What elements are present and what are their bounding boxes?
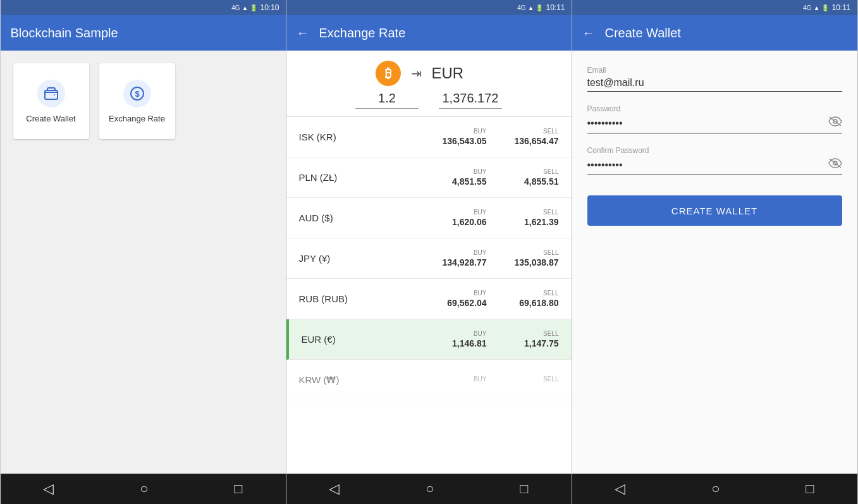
btc-amount: 1.2 (355, 91, 419, 109)
home-nav-btn-2[interactable]: ○ (426, 481, 434, 497)
back-nav-btn-1[interactable]: ◁ (43, 481, 54, 497)
email-label: Email (587, 66, 842, 75)
buy-column: BUY 136,543.05 (430, 128, 487, 146)
exchange-arrow-icon: ⇥ (411, 66, 422, 81)
app-bar-1: Blockchain Sample (1, 15, 286, 51)
sell-header: SELL (543, 376, 558, 383)
signal-4g-icon: 4G (231, 4, 240, 11)
eur-amount: 1,376.172 (439, 91, 502, 109)
time-display-2: 10:11 (546, 3, 565, 12)
buy-value: 1,620.06 (452, 217, 487, 227)
sell-column: SELL 1,621.39 (502, 209, 559, 227)
email-input[interactable] (587, 77, 842, 89)
phone-3: 4G ▲ 🔋 10:11 ← Create Wallet Email Passw… (572, 0, 858, 504)
buy-column: BUY 4,851.55 (430, 168, 487, 187)
sell-column: SELL 136,654.47 (502, 128, 559, 146)
exchange-rate-card[interactable]: $ Exchange Rate (99, 63, 175, 139)
buy-column: BUY 134,928.77 (430, 249, 487, 267)
status-bar-2: 4G ▲ 🔋 10:11 (286, 0, 572, 15)
sell-header: SELL (543, 249, 558, 256)
target-currency-label: EUR (432, 65, 482, 82)
signal-icons-1: 4G ▲ 🔋 (231, 4, 257, 11)
buy-sell-columns: BUY SELL (430, 376, 559, 384)
sell-value: 69,618.80 (519, 298, 558, 308)
currency-row[interactable]: PLN (ZŁ) BUY 4,851.55 SELL 4,855.51 (286, 157, 572, 198)
buy-value: 1,146.81 (452, 338, 487, 348)
back-arrow-2[interactable]: ← (297, 26, 309, 40)
buy-column: BUY 1,146.81 (430, 330, 487, 348)
sell-value: 135,038.87 (514, 257, 558, 267)
buy-sell-columns: BUY 1,620.06 SELL 1,621.39 (430, 209, 559, 227)
exchange-rate-label: Exchange Rate (109, 114, 165, 123)
signal-4g-icon-2: 4G (517, 4, 525, 11)
svg-text:$: $ (135, 89, 140, 99)
buy-sell-columns: BUY 134,928.77 SELL 135,038.87 (430, 249, 559, 267)
create-wallet-card[interactable]: Create Wallet (13, 63, 89, 139)
password-visibility-toggle[interactable] (828, 116, 842, 130)
recents-nav-btn-2[interactable]: □ (520, 481, 528, 497)
currency-row[interactable]: KRW (₩) BUY SELL (286, 360, 572, 400)
wifi-icon-3: ▲ (814, 4, 820, 11)
confirm-visibility-toggle[interactable] (828, 157, 842, 172)
buy-header: BUY (474, 209, 487, 216)
sell-value: 1,621.39 (524, 217, 559, 227)
password-input-row (587, 116, 842, 133)
currency-row[interactable]: JPY (¥) BUY 134,928.77 SELL 135,038.87 (286, 238, 572, 279)
wifi-icon: ▲ (242, 4, 248, 11)
bottom-nav-2: ◁ ○ □ (286, 474, 572, 504)
sell-value: 136,654.47 (514, 136, 558, 146)
currency-name: AUD ($) (299, 212, 430, 223)
app-bar-3: ← Create Wallet (572, 15, 857, 51)
recents-nav-btn-3[interactable]: □ (806, 481, 814, 497)
buy-header: BUY (474, 249, 487, 256)
time-display-1: 10:10 (260, 3, 279, 12)
currency-row[interactable]: AUD ($) BUY 1,620.06 SELL 1,621.39 (286, 198, 572, 238)
buy-header: BUY (474, 128, 487, 135)
currency-name: KRW (₩) (299, 374, 430, 386)
password-field-group: Password (587, 104, 842, 133)
signal-icons-3: 4G ▲ 🔋 (803, 4, 829, 11)
currency-name: PLN (ZŁ) (299, 172, 430, 183)
bitcoin-icon: ₿ (376, 61, 401, 86)
buy-header: BUY (474, 376, 487, 383)
sell-header: SELL (543, 330, 558, 337)
home-nav-btn-3[interactable]: ○ (711, 481, 720, 497)
sell-value: 4,855.51 (524, 176, 559, 187)
create-wallet-button[interactable]: CREATE WALLET (587, 195, 842, 226)
confirm-password-label: Confirm Password (587, 146, 842, 155)
buy-sell-columns: BUY 4,851.55 SELL 4,855.51 (430, 168, 559, 187)
currency-row[interactable]: EUR (€) BUY 1,146.81 SELL 1,147.75 (286, 319, 572, 360)
app-title-2: Exchange Rate (319, 26, 406, 40)
buy-value: 134,928.77 (442, 257, 486, 267)
buy-sell-columns: BUY 1,146.81 SELL 1,147.75 (430, 330, 559, 348)
currency-name: RUB (RUB) (299, 293, 430, 304)
phone-2: 4G ▲ 🔋 10:11 ← Exchange Rate ₿ ⇥ EUR 1.2… (286, 0, 572, 504)
buy-value: 69,562.04 (447, 298, 486, 308)
bottom-nav-3: ◁ ○ □ (572, 474, 857, 504)
sell-column: SELL 135,038.87 (502, 249, 559, 267)
recents-nav-btn-1[interactable]: □ (234, 481, 242, 497)
bottom-nav-1: ◁ ○ □ (1, 474, 286, 504)
status-bar-3: 4G ▲ 🔋 10:11 (572, 0, 857, 15)
password-label: Password (587, 104, 842, 113)
currency-row[interactable]: RUB (RUB) BUY 69,562.04 SELL 69,618.80 (286, 279, 572, 319)
currency-row[interactable]: ISK (KR) BUY 136,543.05 SELL 136,654.47 (286, 117, 572, 157)
app-title-3: Create Wallet (605, 26, 681, 40)
back-arrow-3[interactable]: ← (582, 26, 595, 40)
home-nav-btn-1[interactable]: ○ (140, 481, 148, 497)
back-nav-btn-2[interactable]: ◁ (329, 481, 340, 497)
back-nav-btn-3[interactable]: ◁ (615, 481, 625, 497)
eur-amount-block: 1,376.172 (439, 91, 502, 109)
battery-icon-2: 🔋 (536, 4, 543, 11)
confirm-input-row (587, 157, 842, 175)
btc-amount-block: 1.2 (355, 91, 419, 109)
create-wallet-label: Create Wallet (26, 114, 75, 123)
sell-header: SELL (543, 128, 558, 135)
buy-header: BUY (474, 168, 487, 175)
exchange-top-row: ₿ ⇥ EUR (299, 61, 559, 86)
confirm-password-input[interactable] (587, 159, 828, 171)
wallet-icon (37, 80, 65, 108)
exchange-icon: $ (123, 80, 151, 108)
buy-header: BUY (474, 330, 487, 337)
password-input[interactable] (587, 118, 828, 129)
